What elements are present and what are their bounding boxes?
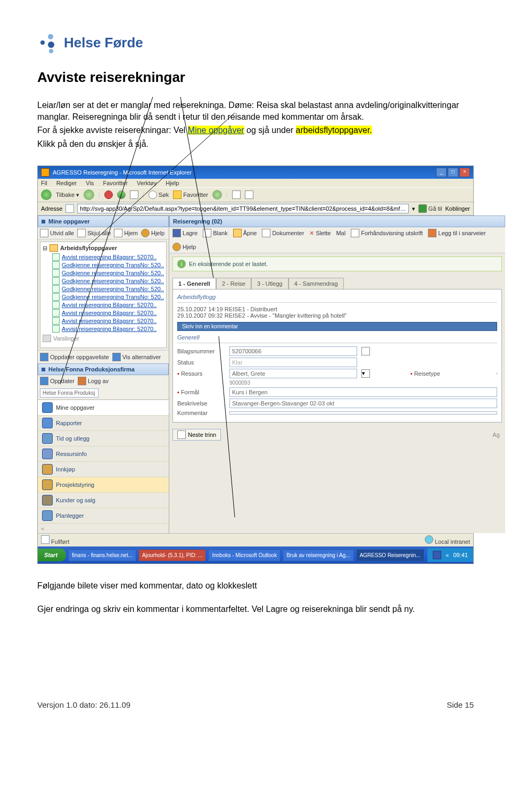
oppdater-oppgaveliste-button[interactable]: Oppdater oppgaveliste bbox=[40, 353, 109, 361]
task-item[interactable]: Avvist reiseregning Bilagsnr: 52070.. bbox=[52, 325, 164, 333]
search-button[interactable]: Søk bbox=[149, 190, 169, 199]
input-reisetype[interactable] bbox=[444, 372, 497, 375]
tab-generell[interactable]: 1 - Generell bbox=[172, 278, 216, 289]
window-controls[interactable]: _ □ × bbox=[436, 168, 470, 177]
menu-rediger[interactable]: Rediger bbox=[56, 180, 77, 186]
print-icon[interactable] bbox=[245, 190, 253, 199]
maximize-button[interactable]: □ bbox=[448, 168, 458, 177]
tray-icon[interactable] bbox=[433, 551, 441, 559]
lagre-button[interactable]: Lagre bbox=[172, 229, 197, 237]
task-item[interactable]: Godkjenne reiseregning TransNo: 520.. bbox=[52, 285, 164, 293]
check-icon bbox=[52, 253, 60, 261]
task-item[interactable]: Godkjenne reiseregning TransNo: 520.. bbox=[52, 277, 164, 285]
task-item[interactable]: Avvist reiseregning Bilagsnr: 52070.. bbox=[52, 317, 164, 325]
firm-select[interactable]: Helse Fonna Produksj bbox=[40, 388, 98, 397]
sidebar-item-prosjektstyring[interactable]: Prosjektstyring bbox=[38, 477, 169, 492]
address-input[interactable]: http://svg-app30/AgrSp2/Default.aspx?typ… bbox=[77, 204, 408, 213]
home-icon[interactable] bbox=[130, 190, 138, 199]
folder-varslinger[interactable]: Varslinger bbox=[43, 335, 164, 342]
hjelp-button[interactable]: Hjelp bbox=[141, 229, 164, 237]
minimize-button[interactable]: _ bbox=[436, 168, 447, 177]
menu-verktoy[interactable]: Verktøy bbox=[137, 180, 156, 186]
neste-trinn-button[interactable]: Neste trinn bbox=[172, 429, 221, 441]
hjem-button[interactable]: Hjem bbox=[114, 229, 138, 237]
forhandsvis-button[interactable]: Forhåndsvisning utskrift bbox=[351, 229, 423, 237]
go-button[interactable]: Gå til bbox=[418, 204, 442, 213]
system-tray[interactable]: « 09:41 bbox=[427, 548, 473, 562]
sidebar-item-rapporter[interactable]: Rapporter bbox=[38, 415, 169, 430]
check-icon bbox=[52, 285, 60, 293]
back-button[interactable]: Tilbake ▾ bbox=[56, 192, 79, 198]
close-button[interactable]: × bbox=[459, 168, 470, 177]
input-kommentar[interactable] bbox=[229, 411, 497, 415]
input-formal[interactable]: Kurs i Bergen bbox=[229, 387, 497, 397]
label-formal: Formål bbox=[177, 389, 225, 395]
blank-button[interactable]: Blank bbox=[203, 229, 228, 237]
taskbar-item-active[interactable]: AGRESSO Reiseregnin... bbox=[356, 549, 424, 561]
menu-fil[interactable]: Fil bbox=[41, 180, 47, 186]
lookup-icon[interactable] bbox=[361, 347, 370, 355]
snarveier-button[interactable]: Legg til i snarveier bbox=[428, 229, 485, 237]
taskbar-item[interactable]: Ajourhold- (5.3.1), PID: ... bbox=[138, 549, 206, 561]
skjul-alle-button[interactable]: Skjul alle bbox=[77, 229, 111, 237]
resource-icon bbox=[42, 449, 53, 459]
media-icon[interactable] bbox=[212, 190, 222, 200]
sidebar-collapse[interactable]: « bbox=[38, 523, 169, 533]
skriv-kommentar-button[interactable]: Skriv inn en kommentar bbox=[177, 322, 497, 331]
check-icon bbox=[52, 277, 60, 285]
dokumenter-button[interactable]: Dokumenter bbox=[262, 229, 304, 237]
hjelp-button[interactable]: Hjelp bbox=[172, 243, 196, 251]
tab-sammendrag[interactable]: 4 - Sammendrag bbox=[289, 278, 344, 289]
task-item[interactable]: Avvist reiseregning Bilagsnr: 52070.. bbox=[52, 301, 164, 309]
mine-oppgaver-header[interactable]: Mine oppgaver bbox=[38, 216, 169, 227]
ie-toolbar: Tilbake ▾ | | Søk Favoritter | bbox=[38, 187, 473, 202]
favorites-button[interactable]: Favoritter bbox=[173, 190, 208, 199]
taskbar-item[interactable]: Innboks - Microsoft Outlook bbox=[208, 549, 281, 561]
menu-vis[interactable]: Vis bbox=[86, 180, 94, 186]
start-button[interactable]: Start bbox=[38, 549, 66, 561]
task-item[interactable]: Godkjenne reiseregning TransNo: 520.. bbox=[52, 269, 164, 277]
slette-button[interactable]: ✕Slette bbox=[309, 230, 331, 237]
links-label[interactable]: Koblinger bbox=[446, 205, 470, 212]
taskbar-item[interactable]: Bruk av reiseregning i Ag... bbox=[283, 549, 354, 561]
sidebar-item-tid-utlegg[interactable]: Tid og utlegg bbox=[38, 430, 169, 446]
task-item[interactable]: Godkjenne reiseregning TransNo: 520.. bbox=[52, 293, 164, 301]
task-item[interactable]: Avvist reiseregning Bilagsnr: 52070.. bbox=[52, 309, 164, 317]
tab-utlegg[interactable]: 3 - Utlegg bbox=[251, 278, 289, 289]
home-icon bbox=[114, 229, 122, 237]
oppdater-button[interactable]: Oppdater bbox=[40, 377, 75, 385]
utvid-alle-button[interactable]: Utvid alle bbox=[40, 229, 74, 237]
sidebar-item-mine-oppgaver[interactable]: Mine oppgaver bbox=[38, 400, 169, 415]
sidebar-item-kunder-salg[interactable]: Kunder og salg bbox=[38, 492, 169, 508]
check-icon bbox=[52, 301, 60, 309]
taskbar-item[interactable]: finans - finans.helse.net... bbox=[68, 549, 136, 561]
logg-av-button[interactable]: Logg av bbox=[78, 377, 109, 385]
page-heading: Avviste reiserekningar bbox=[37, 69, 474, 86]
apne-button[interactable]: Åpne bbox=[233, 229, 257, 237]
mal-button[interactable]: Mal bbox=[336, 230, 345, 236]
dropdown-icon[interactable]: ▾ bbox=[361, 369, 370, 378]
firm-panel-header[interactable]: Helse Fonna Produksjonsfirma bbox=[38, 363, 169, 375]
mail-icon[interactable] bbox=[232, 190, 241, 199]
input-ressurs[interactable]: Albert, Grete bbox=[229, 369, 357, 378]
sidebar-item-planlegger[interactable]: Planlegger bbox=[38, 508, 169, 523]
stop-icon[interactable] bbox=[104, 190, 113, 199]
paragraph-2: For å sjekke avviste reiserekningar: Vel… bbox=[37, 125, 474, 136]
vis-alternativer-button[interactable]: Vis alternativer bbox=[112, 353, 161, 361]
back-icon[interactable] bbox=[41, 189, 52, 200]
input-beskrivelse[interactable]: Stavanger-Bergen-Stavanger 02-03 okt bbox=[229, 399, 497, 408]
forward-icon[interactable] bbox=[84, 189, 94, 200]
sidebar-item-innkjop[interactable]: Innkjøp bbox=[38, 461, 169, 477]
tab-reise[interactable]: 2 - Reise bbox=[216, 278, 251, 289]
input-bilagsnummer[interactable]: 520700066 bbox=[229, 346, 357, 356]
menu-favoritter[interactable]: Favoritter bbox=[103, 180, 127, 186]
menu-hjelp[interactable]: Hjelp bbox=[166, 180, 179, 186]
ie-menubar[interactable]: Fil Rediger Vis Favoritter Verktøy Hjelp bbox=[38, 179, 473, 187]
refresh-icon[interactable] bbox=[117, 190, 126, 199]
windows-taskbar: Start finans - finans.helse.net... Ajour… bbox=[38, 546, 473, 564]
task-item[interactable]: Godkjenne reiseregning TransNo: 520.. bbox=[52, 261, 164, 269]
folder-arbeidsflytoppgaver[interactable]: ⊟ Arbeidsflytoppgaver bbox=[43, 244, 164, 252]
mine-oppgaver-toolbar: Utvid alle Skjul alle Hjem Hjelp bbox=[38, 227, 169, 239]
task-item[interactable]: Avvist reiseregning Bilagsnr: 52070.. bbox=[52, 253, 164, 261]
sidebar-item-ressursinfo[interactable]: Ressursinfo bbox=[38, 446, 169, 461]
